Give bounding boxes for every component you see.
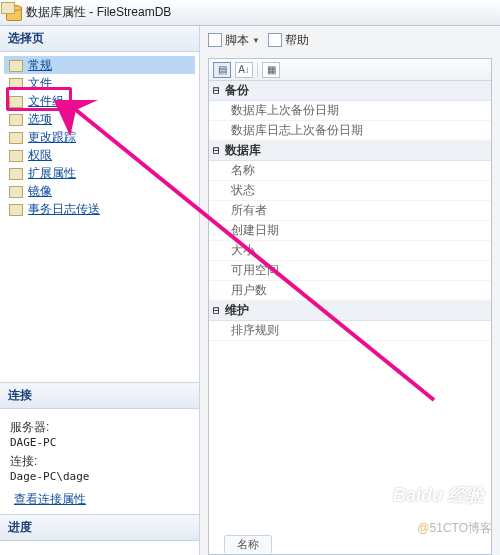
conn-label: 连接:: [10, 453, 189, 470]
category-row[interactable]: ⊟数据库: [209, 141, 491, 161]
content-panel: 脚本 ▼ 帮助 ▤ A↓ ▦ ⊟备份数据库上次备份日期数据库日志上次备份日期⊟数…: [200, 26, 500, 555]
property-row[interactable]: 用户数: [209, 281, 491, 301]
page-icon: [8, 94, 24, 108]
toolbar-divider: [257, 63, 258, 77]
property-name: 状态: [209, 181, 369, 200]
server-value: DAGE-PC: [10, 436, 189, 449]
nav-item-filegroups[interactable]: 文件组: [4, 92, 195, 110]
chevron-down-icon: ▼: [252, 36, 260, 45]
property-value: [369, 121, 491, 140]
help-button[interactable]: 帮助: [268, 32, 309, 49]
nav-item-files[interactable]: 文件: [4, 74, 195, 92]
property-name: 创建日期: [209, 221, 369, 240]
window-title: 数据库属性 - FileStreamDB: [26, 4, 171, 21]
property-name: 可用空间: [209, 261, 369, 280]
collapse-icon[interactable]: ⊟: [213, 84, 225, 97]
property-value: [369, 201, 491, 220]
property-row[interactable]: 状态: [209, 181, 491, 201]
script-button[interactable]: 脚本 ▼: [208, 32, 260, 49]
page-icon: [8, 112, 24, 126]
category-label: 备份: [225, 82, 249, 99]
nav-item-permissions[interactable]: 权限: [4, 146, 195, 164]
category-row[interactable]: ⊟维护: [209, 301, 491, 321]
bottom-tab[interactable]: 名称: [224, 535, 272, 553]
property-name: 数据库日志上次备份日期: [209, 121, 369, 140]
script-icon: [208, 33, 222, 47]
nav-list: 常规 文件 文件组 选项 更改跟踪 权限 扩展属性 镜像 事务日志传送: [0, 52, 199, 222]
property-name: 数据库上次备份日期: [209, 101, 369, 120]
server-label: 服务器:: [10, 419, 189, 436]
connection-header: 连接: [0, 383, 199, 409]
window-titlebar: 数据库属性 - FileStreamDB: [0, 0, 500, 26]
main-layout: 选择页 常规 文件 文件组 选项 更改跟踪 权限 扩展属性 镜像 事务日志传送 …: [0, 26, 500, 555]
connection-panel: 连接 服务器: DAGE-PC 连接: Dage-PC\dage 查看连接属性: [0, 382, 199, 514]
alphabetical-button[interactable]: A↓: [235, 62, 253, 78]
page-icon: [8, 58, 24, 72]
collapse-icon[interactable]: ⊟: [213, 304, 225, 317]
nav-item-options[interactable]: 选项: [4, 110, 195, 128]
property-row[interactable]: 可用空间: [209, 261, 491, 281]
property-value: [369, 101, 491, 120]
content-toolbar: 脚本 ▼ 帮助: [200, 26, 500, 54]
grid-toolbar: ▤ A↓ ▦: [209, 59, 491, 81]
property-row[interactable]: 数据库上次备份日期: [209, 101, 491, 121]
progress-header: 进度: [0, 515, 199, 541]
category-row[interactable]: ⊟备份: [209, 81, 491, 101]
property-row[interactable]: 创建日期: [209, 221, 491, 241]
category-label: 维护: [225, 302, 249, 319]
nav-item-mirror[interactable]: 镜像: [4, 182, 195, 200]
property-name: 名称: [209, 161, 369, 180]
property-value: [369, 241, 491, 260]
property-value: [369, 221, 491, 240]
property-row[interactable]: 排序规则: [209, 321, 491, 341]
nav-item-changetracking[interactable]: 更改跟踪: [4, 128, 195, 146]
sidebar: 选择页 常规 文件 文件组 选项 更改跟踪 权限 扩展属性 镜像 事务日志传送 …: [0, 26, 200, 555]
property-name: 大小: [209, 241, 369, 260]
page-icon: [8, 130, 24, 144]
progress-panel: 进度: [0, 514, 199, 555]
help-icon: [268, 33, 282, 47]
property-value: [369, 181, 491, 200]
nav-item-extprops[interactable]: 扩展属性: [4, 164, 195, 182]
property-value: [369, 261, 491, 280]
collapse-icon[interactable]: ⊟: [213, 144, 225, 157]
page-icon: [8, 166, 24, 180]
nav-item-general[interactable]: 常规: [4, 56, 195, 74]
categorized-button[interactable]: ▤: [213, 62, 231, 78]
page-icon: [8, 76, 24, 90]
category-label: 数据库: [225, 142, 261, 159]
property-row[interactable]: 所有者: [209, 201, 491, 221]
property-name: 用户数: [209, 281, 369, 300]
property-row[interactable]: 名称: [209, 161, 491, 181]
property-name: 排序规则: [209, 321, 369, 340]
property-value: [369, 281, 491, 300]
page-icon: [8, 202, 24, 216]
view-connection-link[interactable]: 查看连接属性: [14, 491, 86, 508]
sidebar-header: 选择页: [0, 26, 199, 52]
property-grid: ▤ A↓ ▦ ⊟备份数据库上次备份日期数据库日志上次备份日期⊟数据库名称状态所有…: [208, 58, 492, 555]
conn-value: Dage-PC\dage: [10, 470, 189, 483]
property-row[interactable]: 大小: [209, 241, 491, 261]
page-icon: [8, 184, 24, 198]
property-value: [369, 321, 491, 340]
page-icon: [8, 148, 24, 162]
nav-item-logship[interactable]: 事务日志传送: [4, 200, 195, 218]
grid-pages-button[interactable]: ▦: [262, 62, 280, 78]
property-name: 所有者: [209, 201, 369, 220]
property-row[interactable]: 数据库日志上次备份日期: [209, 121, 491, 141]
grid-body: ⊟备份数据库上次备份日期数据库日志上次备份日期⊟数据库名称状态所有者创建日期大小…: [209, 81, 491, 341]
property-value: [369, 161, 491, 180]
